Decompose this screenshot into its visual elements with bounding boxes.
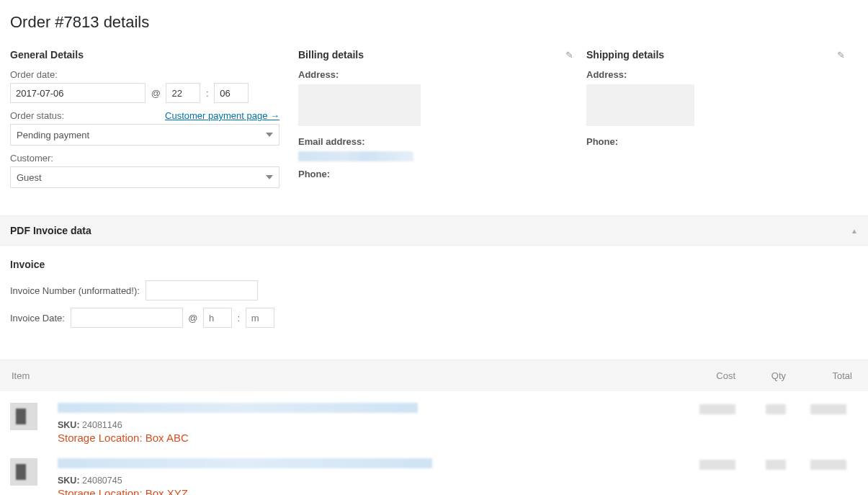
billing-heading: Billing details	[298, 49, 364, 61]
customer-select[interactable]: Guest	[10, 166, 279, 188]
item-sku-line: SKU: 24080745	[58, 476, 678, 486]
sku-label: SKU:	[58, 476, 80, 486]
order-date-input[interactable]	[10, 83, 146, 103]
general-heading: General Details	[10, 49, 84, 61]
item-title-redacted	[58, 403, 418, 413]
item-thumbnail[interactable]	[10, 458, 37, 486]
item-qty-redacted	[766, 404, 786, 414]
items-col-item: Item	[10, 370, 678, 381]
shipping-phone-label: Phone:	[586, 136, 858, 147]
chevron-down-icon	[266, 131, 273, 138]
items-col-cost: Cost	[678, 370, 735, 381]
pdf-invoice-title: PDF Invoice data	[10, 225, 91, 236]
customer-value: Guest	[17, 172, 42, 183]
invoice-number-label: Invoice Number (unformatted!):	[10, 285, 140, 296]
invoice-date-input[interactable]	[71, 308, 183, 328]
customer-label: Customer:	[10, 153, 298, 164]
page-title: Order #7813 details	[10, 13, 858, 32]
item-qty-redacted	[766, 460, 786, 470]
invoice-at-symbol: @	[188, 313, 197, 324]
shipping-heading: Shipping details	[586, 49, 664, 61]
pdf-invoice-panel-header: PDF Invoice data ▲	[0, 215, 868, 246]
item-thumbnail[interactable]	[10, 403, 37, 430]
shipping-address-redacted	[586, 84, 694, 126]
order-status-select[interactable]: Pending payment	[10, 124, 279, 146]
items-col-qty: Qty	[735, 370, 786, 381]
pdf-invoice-panel-body: Invoice Invoice Number (unformatted!): I…	[10, 246, 858, 342]
item-title-redacted	[58, 458, 432, 468]
invoice-minute-input[interactable]	[246, 308, 274, 328]
item-sku-line: SKU: 24081146	[58, 420, 678, 430]
order-status-value: Pending payment	[17, 130, 89, 141]
order-hour-input[interactable]	[166, 83, 200, 103]
billing-details-column: Billing details ✎ Address: Email address…	[298, 49, 586, 195]
chevron-down-icon	[266, 174, 273, 181]
customer-payment-page-link[interactable]: Customer payment page →	[165, 110, 279, 121]
invoice-hour-input[interactable]	[203, 308, 232, 328]
billing-address-redacted	[298, 84, 421, 126]
items-table-header: Item Cost Qty Total	[0, 360, 868, 391]
item-total-redacted	[810, 460, 846, 470]
general-details-column: General Details Order date: @ : Order st…	[10, 49, 298, 195]
order-minute-input[interactable]	[214, 83, 249, 103]
order-date-label: Order date:	[10, 69, 298, 80]
invoice-time-separator: :	[238, 313, 241, 324]
sku-label: SKU:	[58, 420, 80, 430]
time-separator: :	[206, 88, 209, 99]
invoice-number-input[interactable]	[146, 280, 258, 300]
billing-email-label: Email address:	[298, 136, 586, 147]
invoice-date-label: Invoice Date:	[10, 313, 65, 324]
billing-phone-label: Phone:	[298, 169, 586, 179]
shipping-address-label: Address:	[586, 69, 858, 80]
edit-shipping-icon[interactable]: ✎	[837, 50, 858, 61]
at-symbol: @	[151, 88, 161, 99]
shipping-details-column: Shipping details ✎ Address: Phone:	[586, 49, 858, 195]
panel-collapse-icon[interactable]: ▲	[851, 227, 858, 235]
item-row: SKU: 24081146 Storage Location: Box ABC	[10, 391, 858, 447]
item-storage-location: Storage Location: Box XYZ	[58, 487, 678, 495]
sku-value: 24080745	[82, 476, 122, 486]
item-storage-location: Storage Location: Box ABC	[58, 432, 678, 444]
item-total-redacted	[810, 404, 846, 414]
item-row: SKU: 24080745 Storage Location: Box XYZ	[10, 447, 858, 495]
order-status-label: Order status:	[10, 110, 64, 121]
billing-email-redacted	[298, 151, 413, 161]
edit-billing-icon[interactable]: ✎	[565, 50, 586, 61]
sku-value: 24081146	[82, 420, 122, 430]
item-cost-redacted	[699, 460, 735, 470]
items-col-total: Total	[786, 370, 858, 381]
billing-address-label: Address:	[298, 69, 586, 80]
item-cost-redacted	[699, 404, 735, 414]
invoice-subheading: Invoice	[10, 259, 858, 270]
